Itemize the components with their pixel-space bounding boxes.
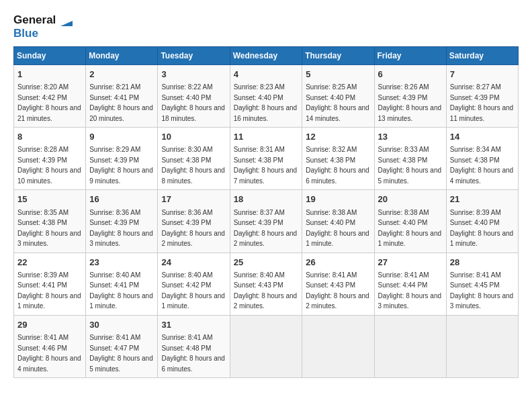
day-info: Sunrise: 8:37 AMSunset: 4:39 PMDaylight:… — [234, 209, 298, 248]
day-of-week-header: Tuesday — [158, 47, 230, 65]
calendar-week-row: 22Sunrise: 8:39 AMSunset: 4:41 PMDayligh… — [14, 253, 519, 315]
day-info: Sunrise: 8:34 AMSunset: 4:38 PMDaylight:… — [450, 146, 514, 185]
day-number: 27 — [378, 257, 443, 269]
day-info: Sunrise: 8:21 AMSunset: 4:41 PMDaylight:… — [89, 83, 153, 122]
day-info: Sunrise: 8:23 AMSunset: 4:40 PMDaylight:… — [234, 83, 298, 122]
day-number: 20 — [378, 193, 443, 205]
day-number: 23 — [89, 257, 154, 269]
day-number: 17 — [161, 193, 226, 205]
day-number: 19 — [306, 193, 370, 205]
calendar-cell: 22Sunrise: 8:39 AMSunset: 4:41 PMDayligh… — [14, 253, 86, 315]
day-number: 22 — [17, 257, 82, 269]
day-info: Sunrise: 8:32 AMSunset: 4:38 PMDaylight:… — [306, 146, 369, 185]
day-number: 5 — [306, 68, 370, 81]
day-number: 29 — [17, 319, 82, 331]
day-number: 31 — [161, 319, 226, 331]
day-number: 15 — [17, 193, 82, 205]
day-info: Sunrise: 8:22 AMSunset: 4:40 PMDaylight:… — [161, 83, 225, 122]
day-info: Sunrise: 8:38 AMSunset: 4:40 PMDaylight:… — [306, 209, 369, 248]
day-info: Sunrise: 8:40 AMSunset: 4:41 PMDaylight:… — [89, 271, 153, 310]
calendar-cell: 28Sunrise: 8:41 AMSunset: 4:45 PMDayligh… — [446, 253, 518, 315]
day-number: 14 — [450, 131, 515, 143]
day-number: 30 — [89, 319, 154, 331]
calendar-cell: 7Sunrise: 8:27 AMSunset: 4:39 PMDaylight… — [446, 65, 518, 128]
day-info: Sunrise: 8:27 AMSunset: 4:39 PMDaylight:… — [450, 83, 514, 122]
calendar-cell: 23Sunrise: 8:40 AMSunset: 4:41 PMDayligh… — [86, 253, 158, 315]
day-number: 16 — [89, 193, 154, 205]
calendar-week-row: 15Sunrise: 8:35 AMSunset: 4:38 PMDayligh… — [14, 190, 519, 253]
day-info: Sunrise: 8:41 AMSunset: 4:46 PMDaylight:… — [17, 334, 81, 373]
day-info: Sunrise: 8:39 AMSunset: 4:41 PMDaylight:… — [17, 271, 81, 310]
day-info: Sunrise: 8:41 AMSunset: 4:45 PMDaylight:… — [450, 271, 514, 310]
calendar-cell — [374, 315, 446, 377]
day-info: Sunrise: 8:36 AMSunset: 4:39 PMDaylight:… — [89, 209, 153, 248]
calendar-cell: 25Sunrise: 8:40 AMSunset: 4:43 PMDayligh… — [230, 253, 302, 315]
calendar-cell: 29Sunrise: 8:41 AMSunset: 4:46 PMDayligh… — [14, 315, 86, 377]
page-header: General Blue — [13, 13, 519, 40]
calendar-cell: 4Sunrise: 8:23 AMSunset: 4:40 PMDaylight… — [230, 65, 302, 128]
calendar-cell: 31Sunrise: 8:41 AMSunset: 4:48 PMDayligh… — [158, 315, 230, 377]
day-info: Sunrise: 8:20 AMSunset: 4:42 PMDaylight:… — [17, 83, 81, 122]
day-info: Sunrise: 8:28 AMSunset: 4:39 PMDaylight:… — [17, 146, 81, 185]
calendar-cell: 6Sunrise: 8:26 AMSunset: 4:39 PMDaylight… — [374, 65, 446, 128]
calendar-cell: 19Sunrise: 8:38 AMSunset: 4:40 PMDayligh… — [302, 190, 374, 253]
day-number: 9 — [89, 131, 154, 143]
calendar-cell: 20Sunrise: 8:38 AMSunset: 4:40 PMDayligh… — [374, 190, 446, 253]
day-info: Sunrise: 8:26 AMSunset: 4:39 PMDaylight:… — [378, 83, 442, 122]
day-info: Sunrise: 8:41 AMSunset: 4:48 PMDaylight:… — [161, 334, 225, 373]
day-number: 12 — [306, 131, 370, 143]
calendar-cell: 5Sunrise: 8:25 AMSunset: 4:40 PMDaylight… — [302, 65, 374, 128]
calendar-cell: 17Sunrise: 8:36 AMSunset: 4:39 PMDayligh… — [158, 190, 230, 253]
calendar-table: SundayMondayTuesdayWednesdayThursdayFrid… — [13, 46, 519, 378]
day-info: Sunrise: 8:33 AMSunset: 4:38 PMDaylight:… — [378, 146, 442, 185]
day-info: Sunrise: 8:41 AMSunset: 4:47 PMDaylight:… — [89, 334, 153, 373]
day-info: Sunrise: 8:41 AMSunset: 4:44 PMDaylight:… — [378, 271, 442, 310]
day-number: 10 — [161, 131, 226, 143]
calendar-cell: 30Sunrise: 8:41 AMSunset: 4:47 PMDayligh… — [86, 315, 158, 377]
calendar-cell: 8Sunrise: 8:28 AMSunset: 4:39 PMDaylight… — [14, 128, 86, 190]
calendar-cell: 26Sunrise: 8:41 AMSunset: 4:43 PMDayligh… — [302, 253, 374, 315]
calendar-cell: 2Sunrise: 8:21 AMSunset: 4:41 PMDaylight… — [86, 65, 158, 128]
day-info: Sunrise: 8:30 AMSunset: 4:38 PMDaylight:… — [161, 146, 225, 185]
calendar-week-row: 29Sunrise: 8:41 AMSunset: 4:46 PMDayligh… — [14, 315, 519, 377]
day-number: 8 — [17, 131, 82, 143]
calendar-week-row: 1Sunrise: 8:20 AMSunset: 4:42 PMDaylight… — [14, 65, 519, 128]
day-of-week-header: Monday — [86, 47, 158, 65]
calendar-cell: 3Sunrise: 8:22 AMSunset: 4:40 PMDaylight… — [158, 65, 230, 128]
calendar-cell — [302, 315, 374, 377]
day-info: Sunrise: 8:31 AMSunset: 4:38 PMDaylight:… — [234, 146, 298, 185]
calendar-cell: 12Sunrise: 8:32 AMSunset: 4:38 PMDayligh… — [302, 128, 374, 190]
day-number: 7 — [450, 68, 515, 81]
day-of-week-header: Wednesday — [230, 47, 302, 65]
day-of-week-header: Saturday — [446, 47, 518, 65]
day-number: 26 — [306, 257, 370, 269]
day-info: Sunrise: 8:41 AMSunset: 4:43 PMDaylight:… — [306, 271, 369, 310]
day-info: Sunrise: 8:38 AMSunset: 4:40 PMDaylight:… — [378, 209, 442, 248]
day-number: 2 — [89, 68, 154, 81]
day-number: 13 — [378, 131, 443, 143]
day-number: 1 — [17, 68, 82, 81]
svg-marker-0 — [60, 21, 73, 26]
day-number: 11 — [234, 131, 299, 143]
day-number: 25 — [234, 257, 299, 269]
calendar-cell: 13Sunrise: 8:33 AMSunset: 4:38 PMDayligh… — [374, 128, 446, 190]
calendar-cell — [230, 315, 302, 377]
logo-text: General Blue — [13, 13, 73, 40]
day-info: Sunrise: 8:40 AMSunset: 4:42 PMDaylight:… — [161, 271, 225, 310]
calendar-cell: 10Sunrise: 8:30 AMSunset: 4:38 PMDayligh… — [158, 128, 230, 190]
day-info: Sunrise: 8:39 AMSunset: 4:40 PMDaylight:… — [450, 209, 514, 248]
calendar-cell: 21Sunrise: 8:39 AMSunset: 4:40 PMDayligh… — [446, 190, 518, 253]
calendar-cell: 16Sunrise: 8:36 AMSunset: 4:39 PMDayligh… — [86, 190, 158, 253]
day-info: Sunrise: 8:35 AMSunset: 4:38 PMDaylight:… — [17, 209, 81, 248]
day-of-week-header: Friday — [374, 47, 446, 65]
day-number: 21 — [450, 193, 515, 205]
calendar-week-row: 8Sunrise: 8:28 AMSunset: 4:39 PMDaylight… — [14, 128, 519, 190]
logo: General Blue — [13, 13, 73, 40]
calendar-cell: 18Sunrise: 8:37 AMSunset: 4:39 PMDayligh… — [230, 190, 302, 253]
day-info: Sunrise: 8:40 AMSunset: 4:43 PMDaylight:… — [234, 271, 298, 310]
day-number: 18 — [234, 193, 299, 205]
day-of-week-header: Thursday — [302, 47, 374, 65]
calendar-cell: 15Sunrise: 8:35 AMSunset: 4:38 PMDayligh… — [14, 190, 86, 253]
day-number: 4 — [234, 68, 299, 81]
day-of-week-header: Sunday — [14, 47, 86, 65]
